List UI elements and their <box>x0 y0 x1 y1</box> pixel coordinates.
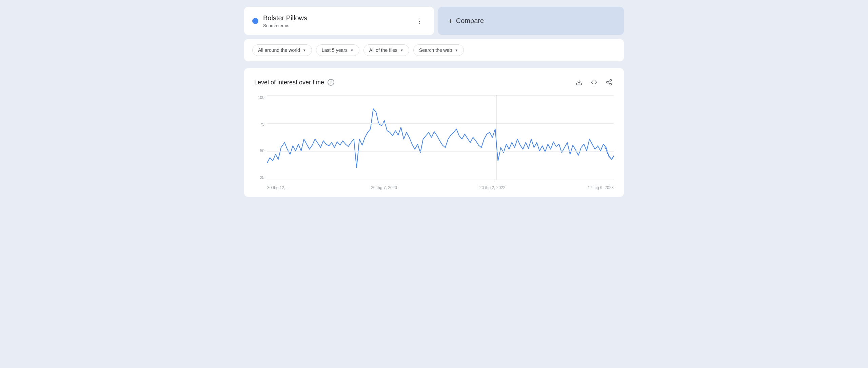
y-label-100: 100 <box>258 95 264 100</box>
x-label-1: 26 thg 7, 2020 <box>371 185 397 190</box>
grid-line-100 <box>267 95 614 96</box>
download-button[interactable] <box>574 78 584 87</box>
filter-type-chevron: ▼ <box>455 48 458 52</box>
filter-type-label: Search the web <box>419 47 452 53</box>
x-axis-labels: 30 thg 12,... 26 thg 7, 2020 20 thg 2, 2… <box>267 180 614 190</box>
search-term-menu-button[interactable]: ⋮ <box>413 14 426 28</box>
chart-card: Level of interest over time ? <box>244 68 624 197</box>
filter-time-label: Last 5 years <box>322 47 348 53</box>
page-wrapper: Bolster Pillows Search terms ⋮ + Compare… <box>237 7 631 197</box>
filter-row: All around the world ▼ Last 5 years ▼ Al… <box>244 39 624 61</box>
chart-actions <box>574 78 614 87</box>
x-label-3: 17 thg 9, 2023 <box>588 185 614 190</box>
question-mark-icon: ? <box>330 80 332 85</box>
chart-svg-container <box>267 95 614 180</box>
compare-label: Compare <box>456 17 484 25</box>
filter-type-button[interactable]: Search the web ▼ <box>413 44 464 56</box>
chart-title-group: Level of interest over time ? <box>254 79 334 86</box>
y-label-50: 50 <box>260 148 264 153</box>
search-term-card: Bolster Pillows Search terms ⋮ <box>244 7 434 35</box>
share-icon <box>606 79 612 86</box>
filter-region-chevron: ▼ <box>303 48 306 52</box>
search-term-text: Bolster Pillows Search terms <box>263 14 307 28</box>
embed-icon <box>591 79 597 86</box>
filter-region-button[interactable]: All around the world ▼ <box>252 44 312 56</box>
chart-header: Level of interest over time ? <box>254 78 614 87</box>
filter-category-label: All of the files <box>369 47 397 53</box>
filter-region-label: All around the world <box>258 47 300 53</box>
chart-title: Level of interest over time <box>254 79 324 86</box>
svg-line-5 <box>608 81 610 82</box>
filter-category-chevron: ▼ <box>400 48 403 52</box>
grid-line-75 <box>267 123 614 124</box>
chart-area: 100 75 50 25 <box>254 95 614 190</box>
filter-category-button[interactable]: All of the files ▼ <box>363 44 409 56</box>
search-term-title: Bolster Pillows <box>263 14 307 22</box>
search-term-subtitle: Search terms <box>263 23 307 28</box>
filter-time-button[interactable]: Last 5 years ▼ <box>316 44 359 56</box>
search-term-left: Bolster Pillows Search terms <box>252 14 307 28</box>
search-term-dot <box>252 18 258 24</box>
download-icon <box>576 79 583 86</box>
y-label-75: 75 <box>260 122 264 127</box>
x-label-2: 20 thg 2, 2022 <box>479 185 506 190</box>
x-label-0: 30 thg 12,... <box>267 185 289 190</box>
compare-card[interactable]: + Compare <box>438 7 624 35</box>
three-dots-icon: ⋮ <box>416 17 423 25</box>
share-button[interactable] <box>604 78 614 87</box>
filter-time-chevron: ▼ <box>350 48 354 52</box>
line-chart-svg <box>267 95 614 180</box>
y-axis-labels: 100 75 50 25 <box>254 95 267 180</box>
embed-button[interactable] <box>589 78 599 87</box>
top-row: Bolster Pillows Search terms ⋮ + Compare <box>244 7 624 35</box>
vertical-marker <box>496 95 496 180</box>
help-icon[interactable]: ? <box>328 79 334 86</box>
compare-plus-icon: + <box>448 17 453 25</box>
svg-line-4 <box>608 83 610 84</box>
grid-line-50 <box>267 151 614 152</box>
y-label-25: 25 <box>260 175 264 180</box>
